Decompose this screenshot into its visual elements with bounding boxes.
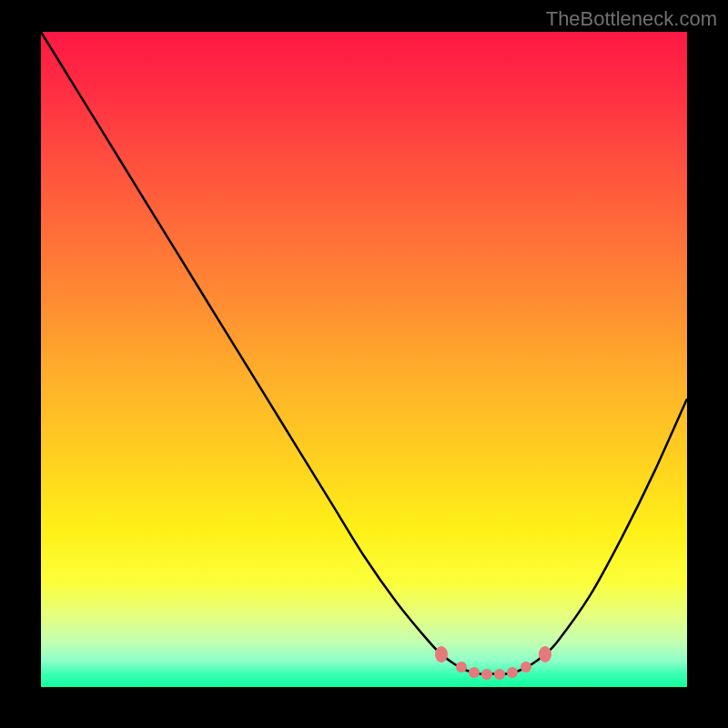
plot-area <box>41 32 687 687</box>
optimal-point <box>469 667 480 678</box>
optimal-point <box>539 646 551 662</box>
optimal-point <box>456 662 467 672</box>
optimal-point <box>481 669 492 680</box>
optimal-point <box>435 646 448 662</box>
optimal-point <box>494 669 505 680</box>
watermark-text: TheBottleneck.com <box>546 7 717 31</box>
optimal-point <box>521 662 531 672</box>
optimal-points-layer <box>41 32 687 687</box>
optimal-point <box>507 667 518 678</box>
